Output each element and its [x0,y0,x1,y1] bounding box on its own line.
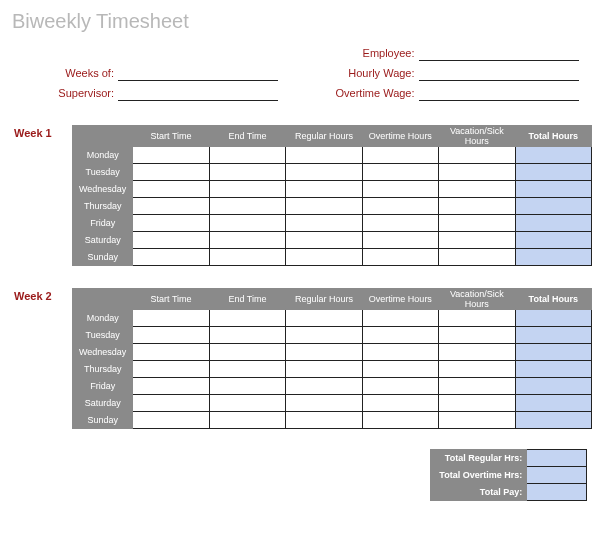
cell[interactable] [439,395,515,412]
cell[interactable] [286,147,362,164]
cell[interactable] [362,164,438,181]
cell[interactable] [209,164,285,181]
cell[interactable] [362,361,438,378]
cell[interactable] [286,164,362,181]
table-corner [73,126,133,147]
cell[interactable] [209,412,285,429]
week-2-label: Week 2 [14,290,52,302]
cell[interactable] [439,327,515,344]
cell[interactable] [286,249,362,266]
table-row: Saturday [73,232,592,249]
cell[interactable] [286,215,362,232]
cell[interactable] [439,232,515,249]
cell-total [515,310,591,327]
cell[interactable] [362,412,438,429]
cell[interactable] [209,378,285,395]
cell[interactable] [362,198,438,215]
cell[interactable] [362,147,438,164]
cell[interactable] [362,344,438,361]
cell[interactable] [439,412,515,429]
cell[interactable] [286,378,362,395]
cell[interactable] [133,412,209,429]
cell[interactable] [286,344,362,361]
cell[interactable] [286,232,362,249]
cell[interactable] [286,361,362,378]
table-row: Tuesday [73,327,592,344]
cell[interactable] [362,181,438,198]
supervisor-field[interactable] [118,87,278,101]
table-row: Friday [73,215,592,232]
cell[interactable] [209,395,285,412]
cell[interactable] [133,327,209,344]
table-row: Sunday [73,249,592,266]
cell[interactable] [439,215,515,232]
cell[interactable] [286,395,362,412]
table-row: Sunday [73,412,592,429]
weeks-of-field[interactable] [118,67,278,81]
page-title: Biweekly Timesheet [10,6,587,41]
cell[interactable] [439,361,515,378]
cell[interactable] [439,378,515,395]
cell[interactable] [286,310,362,327]
cell[interactable] [133,164,209,181]
cell[interactable] [362,327,438,344]
cell[interactable] [209,215,285,232]
cell[interactable] [133,232,209,249]
cell[interactable] [133,395,209,412]
cell[interactable] [439,181,515,198]
cell[interactable] [209,249,285,266]
col-start: Start Time [133,289,209,310]
cell[interactable] [209,147,285,164]
cell[interactable] [133,181,209,198]
cell[interactable] [133,147,209,164]
week-2-section: Week 2 Start Time End Time Regular Hours… [10,288,587,429]
total-pay-label: Total Pay: [431,484,527,501]
cell[interactable] [133,344,209,361]
cell[interactable] [209,361,285,378]
cell[interactable] [209,232,285,249]
cell[interactable] [286,198,362,215]
cell[interactable] [133,361,209,378]
cell[interactable] [209,327,285,344]
cell[interactable] [209,310,285,327]
cell[interactable] [133,310,209,327]
cell[interactable] [209,181,285,198]
cell[interactable] [133,198,209,215]
cell[interactable] [439,164,515,181]
cell[interactable] [133,378,209,395]
cell[interactable] [439,344,515,361]
cell[interactable] [362,310,438,327]
week-1-table: Start Time End Time Regular Hours Overti… [72,125,592,266]
day-label: Sunday [73,412,133,429]
day-label: Sunday [73,249,133,266]
cell-total [515,147,591,164]
cell-total [515,249,591,266]
cell[interactable] [286,181,362,198]
cell[interactable] [209,198,285,215]
cell[interactable] [286,327,362,344]
hourly-wage-field[interactable] [419,67,579,81]
cell[interactable] [439,249,515,266]
cell[interactable] [209,344,285,361]
cell[interactable] [362,395,438,412]
day-label: Tuesday [73,327,133,344]
col-overtime: Overtime Hours [362,289,438,310]
cell-total [515,164,591,181]
col-end: End Time [209,289,285,310]
overtime-wage-field[interactable] [419,87,579,101]
cell[interactable] [439,198,515,215]
cell[interactable] [439,310,515,327]
week-1-section: Week 1 Start Time End Time Regular Hours… [10,125,587,266]
cell[interactable] [286,412,362,429]
cell[interactable] [362,232,438,249]
cell[interactable] [133,215,209,232]
overtime-wage-label: Overtime Wage: [289,87,419,101]
cell[interactable] [133,249,209,266]
cell[interactable] [439,147,515,164]
cell[interactable] [362,215,438,232]
cell[interactable] [362,249,438,266]
table-row: Thursday [73,361,592,378]
employee-field[interactable] [419,47,579,61]
cell[interactable] [362,378,438,395]
total-regular-value [527,450,587,467]
